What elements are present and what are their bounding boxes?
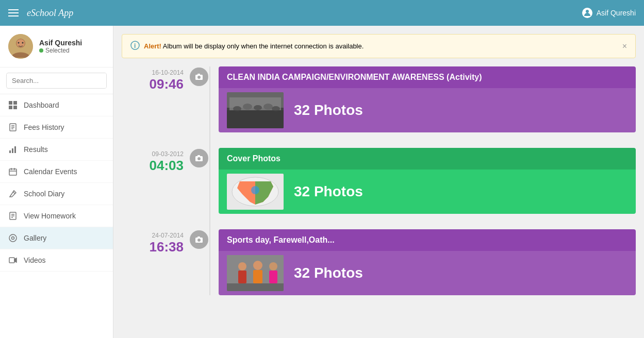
card-thumbnail-1 [227,92,284,128]
sidebar-item-dashboard[interactable]: Dashboard [0,94,113,116]
svg-rect-31 [9,258,14,263]
search-input[interactable] [7,74,104,88]
app-header: eSchool App Asif Qureshi [0,0,644,26]
search-button[interactable] [104,73,107,88]
timeline-item-3: 24-07-2014 16:38 Sports day, Farewell,Oa… [122,229,636,295]
svg-point-56 [238,262,246,271]
results-icon [8,145,18,154]
svg-point-43 [263,104,273,110]
timeline-card-2[interactable]: Cover Photos 32 Photos [219,148,636,214]
svg-rect-11 [13,106,17,109]
fees-history-label: Fees History [24,123,64,131]
alert-text: Alert! Album will be display only when t… [144,42,364,50]
svg-point-3 [16,39,25,47]
svg-point-42 [254,105,262,110]
fees-history-icon [8,123,18,132]
timeline-clock-2: 04:03 [122,158,184,174]
svg-point-28 [9,234,16,242]
card-body-1: 32 Photos [219,88,636,132]
sidebar-item-fees-history[interactable]: Fees History [0,116,113,139]
svg-point-35 [197,76,201,79]
card-body-3: 32 Photos [219,251,636,295]
card-body-2: 32 Photos [219,170,636,214]
card-title-1: CLEAN INDIA CAMPAIGN/ENVIRONMENT AWARENE… [219,66,636,88]
user-profile: Asif Qureshi Selected [0,26,113,67]
timeline-card-3[interactable]: Sports day, Farewell,Oath... [219,229,636,295]
svg-point-30 [11,234,12,235]
svg-rect-45 [227,110,284,128]
card-thumbnail-3 [227,255,284,291]
sidebar-item-gallery[interactable]: Gallery [0,227,113,249]
svg-point-58 [253,261,262,270]
camera-icon-1 [194,72,204,81]
alert-message: Album will be display only when the inte… [161,42,364,50]
search-box [6,73,107,89]
svg-rect-16 [9,150,11,153]
svg-point-53 [197,239,201,242]
status-dot [39,48,43,53]
videos-label: Videos [24,256,46,264]
svg-rect-48 [197,155,200,157]
header-left: eSchool App [8,8,73,19]
card-photos-count-3: 32 Photos [294,265,363,281]
user-info: Asif Qureshi Selected [39,39,82,54]
svg-rect-10 [9,106,12,109]
user-icon-header [582,8,592,18]
sidebar-item-results[interactable]: Results [0,139,113,161]
alert-banner: i Alert! Album will be display only when… [122,34,636,58]
search-container [0,67,113,94]
results-label: Results [24,145,48,154]
header-right: Asif Qureshi [582,8,636,18]
sidebar-item-videos[interactable]: Videos [0,249,113,272]
card-title-2: Cover Photos [219,148,636,170]
svg-point-29 [12,237,14,240]
timeline-time-1: 16-10-2014 09:46 [122,66,199,92]
gallery-icon [8,233,18,243]
svg-point-41 [243,104,252,110]
svg-rect-59 [253,270,262,283]
svg-rect-54 [197,236,200,238]
svg-rect-62 [227,283,284,291]
timeline-time-2: 09-03-2012 04:03 [122,148,199,174]
svg-text:i: i [134,42,136,49]
alert-icon: i [130,41,140,52]
sidebar-item-view-homework[interactable]: View Homework [0,205,113,227]
svg-rect-61 [269,271,277,283]
svg-rect-18 [14,146,16,153]
timeline-dot-3 [190,230,208,249]
timeline-item-2: 09-03-2012 04:03 Cover Photos [122,148,636,214]
app-title: eSchool App [27,8,73,19]
school-diary-icon [8,189,18,198]
card-thumbnail-2 [227,174,284,210]
sidebar-item-calendar-events[interactable]: Calendar Events [0,161,113,183]
timeline-item: 16-10-2014 09:46 CLEAN INDIA CAMPAIGN/EN… [122,66,636,132]
camera-icon-2 [194,154,204,163]
hamburger-button[interactable] [8,9,19,16]
svg-rect-36 [197,74,200,75]
svg-point-5 [22,42,24,44]
timeline-date-1: 16-10-2014 [122,69,184,76]
user-status: Selected [39,47,82,54]
svg-line-23 [13,192,15,194]
timeline-dot-2 [190,149,208,167]
timeline-date-2: 09-03-2012 [122,150,184,158]
svg-rect-19 [9,169,16,175]
svg-point-4 [18,42,20,44]
timeline-clock-3: 16:38 [122,239,184,255]
status-text: Selected [45,47,70,54]
calendar-icon [8,167,18,176]
gallery-label: Gallery [24,234,46,242]
videos-icon [8,256,18,265]
alert-content: i Alert! Album will be display only when… [130,41,364,52]
main-content: i Alert! Album will be display only when… [113,26,644,338]
card-title-3: Sports day, Farewell,Oath... [219,229,636,251]
svg-rect-17 [12,148,13,153]
alert-bold: Alert! [144,42,161,50]
sidebar-item-school-diary[interactable]: School Diary [0,183,113,205]
timeline: 16-10-2014 09:46 CLEAN INDIA CAMPAIGN/EN… [122,66,636,295]
timeline-card-1[interactable]: CLEAN INDIA CAMPAIGN/ENVIRONMENT AWARENE… [219,66,636,132]
nav-menu: Dashboard Fees History Results Calendar … [0,94,113,272]
alert-close-button[interactable]: × [622,42,627,51]
svg-point-60 [269,262,277,271]
svg-rect-57 [238,271,246,283]
